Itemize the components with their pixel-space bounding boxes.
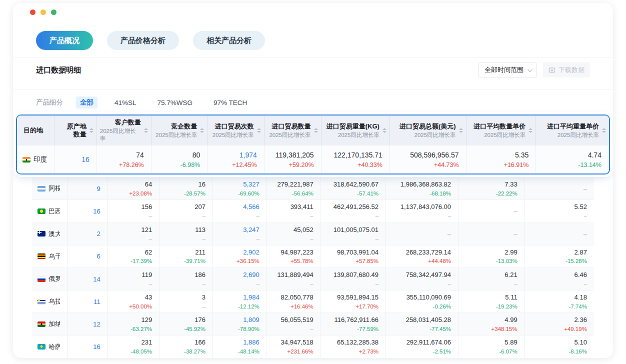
- data-cell[interactable]: 1,809-78.90%: [213, 313, 267, 335]
- growth-value: +23.08%: [129, 190, 152, 198]
- data-cell: 94,987,223+55.78%: [267, 246, 321, 268]
- column-header-9[interactable]: 进口平均数量单价2025同比增长率: [466, 116, 536, 146]
- sort-down-caret-icon: [144, 131, 148, 133]
- origin-count-cell[interactable]: 16: [54, 146, 97, 174]
- cell-value: 166: [194, 338, 206, 348]
- sort-icon[interactable]: [382, 128, 386, 133]
- data-cell: 7.33-22.22%: [458, 178, 525, 200]
- filter-option-1[interactable]: 全部: [76, 96, 98, 108]
- growth-value: -6.98%: [180, 160, 200, 170]
- maximize-window-button[interactable]: [51, 10, 56, 15]
- data-cell: 93,591,894.15+17.70%: [321, 290, 386, 312]
- origin-count-cell[interactable]: 14: [68, 268, 108, 290]
- data-cell: 2.99-13.03%: [458, 246, 525, 268]
- data-cell: 80-6.98%: [152, 146, 208, 174]
- sort-icon[interactable]: [459, 128, 463, 133]
- growth-value: -39.71%: [184, 257, 206, 266]
- origin-count-cell[interactable]: 9: [68, 178, 108, 200]
- data-cell[interactable]: 4,566–: [213, 200, 267, 222]
- origin-count-cell[interactable]: 16: [68, 200, 108, 222]
- growth-value: +44.48%: [428, 257, 451, 266]
- sort-icon[interactable]: [200, 128, 204, 133]
- column-header-7[interactable]: 进口贸易重量(KG)2025同比增长率: [322, 116, 390, 146]
- section-header: 进口数据明细 全部时间范围 下载数据: [36, 58, 590, 82]
- download-data-button[interactable]: 下载数据: [543, 62, 590, 78]
- column-header-2[interactable]: 原产地数量: [54, 116, 97, 146]
- data-cell[interactable]: 1,984-12.12%: [213, 290, 267, 312]
- growth-value: +78.26%: [119, 160, 144, 170]
- tab-2[interactable]: 产品价格分析: [107, 31, 179, 50]
- origin-count-cell[interactable]: 12: [68, 313, 108, 335]
- filter-option-3[interactable]: 75.7%WSG: [154, 98, 197, 108]
- data-cell: 231-48.05%: [108, 336, 160, 358]
- filter-option-2[interactable]: 41%SL: [110, 98, 140, 108]
- column-title: 进口贸易数量: [272, 122, 311, 130]
- filter-option-4[interactable]: 97% TECH: [210, 98, 251, 108]
- table-row: 加纳12129-63.27%176-45.92%1,809-78.90%56,0…: [32, 313, 594, 336]
- sort-icon[interactable]: [144, 128, 148, 133]
- data-cell[interactable]: 3,247–: [213, 223, 267, 245]
- cell-value: –: [584, 229, 587, 239]
- data-cell[interactable]: 2,902+36.15%: [213, 246, 267, 268]
- growth-value: -22.22%: [496, 190, 518, 198]
- sort-icon[interactable]: [602, 128, 606, 133]
- origin-count-cell[interactable]: 11: [68, 290, 108, 312]
- column-header-6[interactable]: 进口贸易数量2025同比增长率: [264, 116, 322, 146]
- origin-count-cell[interactable]: 2: [68, 223, 108, 245]
- sort-icon[interactable]: [314, 128, 318, 133]
- data-cell: 116,762,911.66-77.59%: [321, 313, 386, 335]
- section-actions: 全部时间范围 下载数据: [478, 62, 590, 78]
- pinned-row-container: 印度1674+78.26%80-6.98%1,974+12.45%119,381…: [17, 146, 609, 174]
- sort-icon[interactable]: [257, 128, 261, 133]
- cell-value: 211: [195, 248, 206, 258]
- sort-icon[interactable]: [528, 128, 532, 133]
- data-cell: 113–: [160, 223, 213, 245]
- cell-value: 6.46: [574, 270, 587, 280]
- sort-icon[interactable]: [90, 128, 94, 133]
- cell-value: 74: [136, 150, 144, 160]
- cell-value: 3: [202, 292, 206, 302]
- data-cell: 166-38.27%: [160, 336, 213, 358]
- column-header-10[interactable]: 进口平均重量单价2025同比增长率: [536, 116, 609, 146]
- time-range-select[interactable]: 全部时间范围: [478, 62, 537, 78]
- column-header-8[interactable]: 进口贸易总额(美元)2025同比增长率: [390, 116, 466, 146]
- cell-value: 156: [141, 202, 152, 212]
- flag-russia-icon: [38, 276, 46, 282]
- growth-value: -2.51%: [433, 348, 451, 356]
- growth-value: +57.85%: [356, 257, 378, 266]
- data-cell[interactable]: 2,690–: [213, 268, 267, 290]
- table-row: 澳大利亚2121–113–3,247–45,052–101,005,075.01…: [32, 223, 594, 246]
- column-subtitle: 2025同比增长率: [484, 132, 526, 139]
- tab-1[interactable]: 产品概况: [36, 31, 93, 50]
- cell-value: 65,132,285.38: [337, 338, 378, 348]
- data-cell[interactable]: 5,327-69.60%: [213, 178, 267, 200]
- sort-up-caret-icon: [90, 128, 94, 130]
- data-cell: 2.36+49.19%: [525, 313, 594, 335]
- cell-value: 129: [141, 315, 152, 325]
- cell-value: 1,137,843,076.00: [400, 202, 451, 212]
- data-cell: 56,055,519–: [267, 313, 321, 335]
- data-cell: 393,411–: [267, 200, 321, 222]
- minimize-window-button[interactable]: [40, 10, 46, 15]
- destination-cell: 印度: [17, 146, 54, 174]
- growth-value: -57.41%: [357, 190, 378, 198]
- country-name: 澳大利亚: [48, 230, 60, 238]
- column-header-4[interactable]: 竞企数量2025同比增长率: [152, 116, 208, 146]
- filter-row: 产品细分 全部41%SL75.7%WSG97% TECH: [36, 90, 590, 108]
- destination-cell: 加纳: [32, 313, 68, 335]
- origin-count-cell[interactable]: 16: [68, 336, 108, 358]
- data-cell: 129-63.27%: [108, 313, 160, 335]
- origin-count-cell[interactable]: 6: [68, 246, 108, 268]
- column-header-3[interactable]: 客户数量2025同比增长率: [97, 116, 152, 146]
- data-cell[interactable]: 1,886-48.14%: [213, 336, 267, 358]
- tab-3[interactable]: 相关产品分析: [193, 31, 265, 50]
- column-title: 原产地数量: [66, 122, 86, 139]
- data-cell[interactable]: 1,974+12.45%: [208, 146, 264, 174]
- data-cell: –: [386, 223, 458, 245]
- data-cell: 758,342,497.94–: [386, 268, 458, 290]
- column-header-5[interactable]: 进口贸易次数2025同比增长率: [208, 116, 264, 146]
- cell-value: 1,886: [243, 338, 260, 348]
- cell-value: 2.36: [574, 315, 587, 325]
- close-window-button[interactable]: [30, 10, 36, 15]
- download-label: 下载数据: [558, 66, 584, 74]
